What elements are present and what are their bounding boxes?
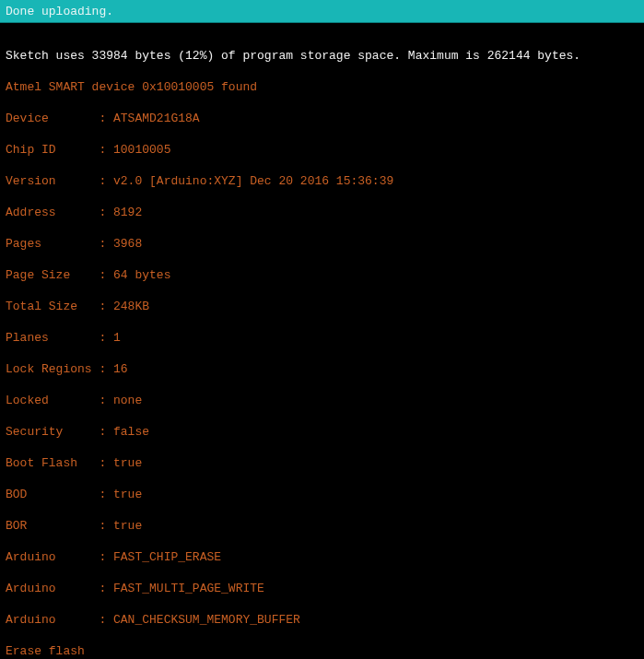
erase-header: Erase flash (6, 643, 638, 659)
console-output: Sketch uses 33984 bytes (12%) of program… (0, 23, 644, 659)
device-info-line: Arduino : FAST_CHIP_ERASE (6, 549, 638, 565)
device-info-line: Lock Regions : 16 (6, 361, 638, 377)
sketch-usage-line: Sketch uses 33984 bytes (12%) of program… (6, 48, 638, 64)
status-text: Done uploading. (6, 5, 113, 18)
device-info-line: Pages : 3968 (6, 236, 638, 252)
device-info-line: Arduino : CAN_CHECKSUM_MEMORY_BUFFER (6, 612, 638, 628)
device-found-line: Atmel SMART device 0x10010005 found (6, 79, 638, 95)
device-info-line: Total Size : 248KB (6, 299, 638, 314)
device-info-line: Security : false (6, 424, 638, 440)
status-bar: Done uploading. (0, 0, 644, 23)
device-info-line: BOD : true (6, 487, 638, 502)
device-info-line: Boot Flash : true (6, 455, 638, 471)
device-info-line: Page Size : 64 bytes (6, 267, 638, 283)
device-info-line: BOR : true (6, 518, 638, 534)
device-info-line: Address : 8192 (6, 205, 638, 220)
device-info-line: Device : ATSAMD21G18A (6, 111, 638, 126)
device-info-line: Version : v2.0 [Arduino:XYZ] Dec 20 2016… (6, 173, 638, 189)
device-info-line: Locked : none (6, 393, 638, 408)
device-info-line: Planes : 1 (6, 330, 638, 346)
device-info-line: Arduino : FAST_MULTI_PAGE_WRITE (6, 581, 638, 596)
device-info-line: Chip ID : 10010005 (6, 142, 638, 158)
